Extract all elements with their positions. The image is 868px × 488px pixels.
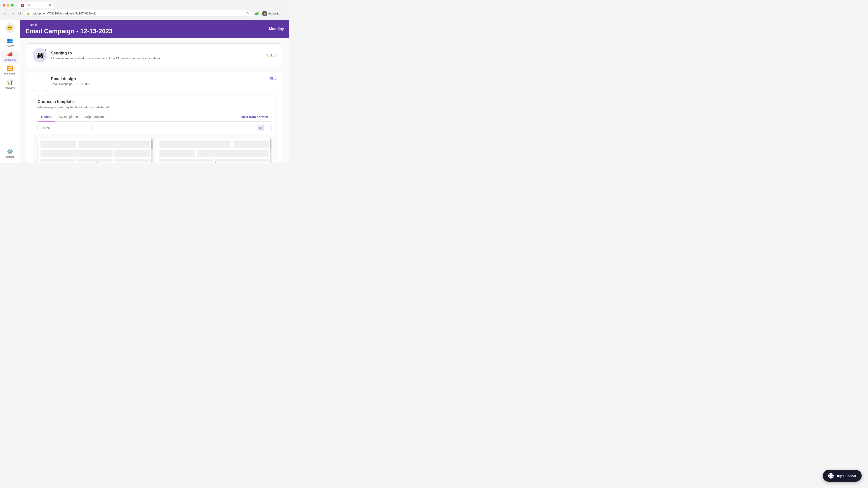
content-area: 👨‍👩‍👧 Sending to 11 people are subscribe… — [20, 38, 289, 163]
template-block — [215, 159, 269, 162]
back-nav-button[interactable]: ← — [3, 11, 8, 17]
email-design-subtitle: Email Campaign - 12-13-2023 — [51, 82, 266, 86]
choose-template-title: Choose a template — [37, 99, 272, 104]
online-status-dot — [44, 48, 47, 51]
search-label: Search — [40, 126, 50, 130]
new-tab-button[interactable]: + — [55, 2, 61, 8]
browser-tab-drip[interactable]: 🎯 Drip ✕ — [18, 2, 54, 8]
header-user: Moodjoy — [269, 27, 284, 31]
forward-nav-button[interactable]: → — [10, 11, 16, 17]
sending-to-subtitle: 11 people are subscribed to receive emai… — [51, 57, 262, 60]
browser-chrome: 🎯 Drip ✕ + ← → ↺ 🔒 ☆ 🧩 🕵 Incognito ⋮ — [0, 0, 289, 20]
email-design-title: Email design — [51, 76, 266, 81]
edit-button[interactable]: ✏️ Edit — [266, 54, 276, 57]
search-box[interactable]: Search — [37, 125, 92, 131]
sending-to-card: 👨‍👩‍👧 Sending to 11 people are subscribe… — [27, 43, 282, 67]
scroll-thumb — [270, 140, 271, 149]
email-design-header: + Email design Email Campaign - 12-13-20… — [33, 76, 276, 91]
tab-drip-templates-label: Drip templates — [85, 115, 105, 119]
page-title: Email Campaign - 12-13-2023 — [25, 28, 113, 35]
view-toggle: ⊞ ☰ — [257, 125, 272, 131]
tab-favicon: 🎯 — [21, 4, 24, 7]
sending-to-title: Sending to — [51, 51, 262, 56]
skip-button[interactable]: Skip — [270, 76, 276, 80]
template-block — [78, 140, 150, 148]
template-indicators-2: ▲ — [211, 162, 216, 163]
template-card-2[interactable]: ▲ — [156, 138, 272, 163]
sidebar-item-workflows[interactable]: 🔀 Workflows — [1, 64, 19, 77]
template-block — [233, 140, 269, 148]
window-minimize-button[interactable] — [7, 4, 9, 6]
refresh-nav-button[interactable]: ↺ — [17, 10, 22, 17]
incognito-icon: 🕵 — [262, 11, 268, 16]
sidebar-logo: 😊 — [5, 23, 15, 33]
sending-info: Sending to 11 people are subscribed to r… — [51, 51, 262, 60]
tab-recent-label: Recent — [41, 115, 52, 119]
template-block — [159, 150, 195, 157]
tab-drip-templates[interactable]: Drip templates — [81, 113, 109, 122]
sidebar-item-label-campaigns: Campaigns — [4, 58, 16, 61]
template-chooser: Choose a template Whatever your goal may… — [33, 96, 276, 163]
extensions-button[interactable]: 🧩 — [254, 10, 260, 17]
incognito-button[interactable]: 🕵 Incognito — [262, 11, 279, 16]
template-grid: ▲ — [33, 134, 276, 163]
sidebar-item-label-settings: Settings — [5, 156, 14, 158]
workflows-icon: 🔀 — [7, 66, 13, 71]
template-block — [159, 140, 231, 148]
choose-template-subtitle: Whatever your goal may be, let us help y… — [37, 105, 272, 109]
back-label: Back — [30, 23, 37, 27]
edit-pencil-icon: ✏️ — [266, 54, 269, 57]
email-design-card: + Email design Email Campaign - 12-13-20… — [27, 72, 282, 163]
scroll-thumb — [151, 140, 153, 149]
start-from-scratch-button[interactable]: + Start from scratch — [235, 113, 272, 121]
tab-my-templates[interactable]: My templates — [55, 113, 81, 122]
header-banner: ← Back Email Campaign - 12-13-2023 Moodj… — [20, 20, 289, 38]
template-tabs: Recent My templates Drip templates + Sta… — [37, 112, 272, 122]
analytics-icon: 📊 — [7, 79, 13, 86]
address-bar-row: ← → ↺ 🔒 ☆ 🧩 🕵 Incognito ⋮ — [0, 9, 289, 18]
tab-close-button[interactable]: ✕ — [49, 3, 51, 7]
window-controls — [3, 4, 13, 6]
star-icon[interactable]: ☆ — [246, 11, 249, 15]
list-view-button[interactable]: ☰ — [265, 125, 272, 131]
main-content: ← Back Email Campaign - 12-13-2023 Moodj… — [20, 20, 289, 163]
arrow-up-icon: ▲ — [211, 162, 214, 163]
tab-bar: 🎯 Drip ✕ + — [16, 2, 64, 8]
indicator-dot — [96, 162, 98, 163]
browser-actions: 🧩 🕵 Incognito ⋮ — [254, 10, 287, 17]
template-scrollbar-1[interactable] — [151, 138, 153, 163]
sidebar-item-label-people: People — [6, 44, 13, 47]
people-icon: 👥 — [7, 37, 13, 43]
sidebar: 😊 👥 People 📣 Campaigns 🔀 Workflows 📊 Ana… — [0, 20, 20, 163]
arrow-up-icon: ▲ — [93, 162, 95, 163]
avatar-group: 👨‍👩‍👧 — [33, 48, 47, 63]
back-arrow-icon: ← — [25, 23, 29, 27]
tab-recent[interactable]: Recent — [37, 113, 55, 122]
window-maximize-button[interactable] — [11, 4, 13, 6]
more-options-button[interactable]: ⋮ — [281, 10, 287, 17]
url-input[interactable] — [32, 12, 244, 15]
tab-my-templates-label: My templates — [59, 115, 78, 119]
sidebar-item-campaigns[interactable]: 📣 Campaigns — [1, 50, 19, 63]
sidebar-item-label-analytics: Analytics — [5, 86, 15, 89]
grid-view-button[interactable]: ⊞ — [257, 125, 264, 131]
template-card-1[interactable]: ▲ — [37, 138, 153, 163]
back-link[interactable]: ← Back — [25, 23, 113, 27]
template-block — [40, 159, 76, 162]
edit-label: Edit — [271, 54, 276, 57]
email-design-info: Email design Email Campaign - 12-13-2023 — [51, 76, 266, 86]
address-bar: 🔒 ☆ — [24, 10, 252, 17]
template-scrollbar-2[interactable] — [270, 138, 271, 163]
template-block — [159, 159, 213, 162]
template-block — [197, 150, 269, 157]
sidebar-item-settings[interactable]: ⚙️ Settings — [1, 147, 19, 160]
template-indicators-1: ▲ — [93, 162, 98, 163]
start-from-scratch-label: + Start from scratch — [238, 115, 268, 119]
sidebar-item-people[interactable]: 👥 People — [1, 36, 19, 49]
window-close-button[interactable] — [3, 4, 5, 6]
incognito-label: Incognito — [268, 12, 279, 15]
search-area: Search ⊞ ☰ — [33, 122, 276, 134]
add-design-box[interactable]: + — [33, 76, 47, 91]
template-block — [114, 150, 150, 157]
sidebar-item-analytics[interactable]: 📊 Analytics — [1, 78, 19, 91]
